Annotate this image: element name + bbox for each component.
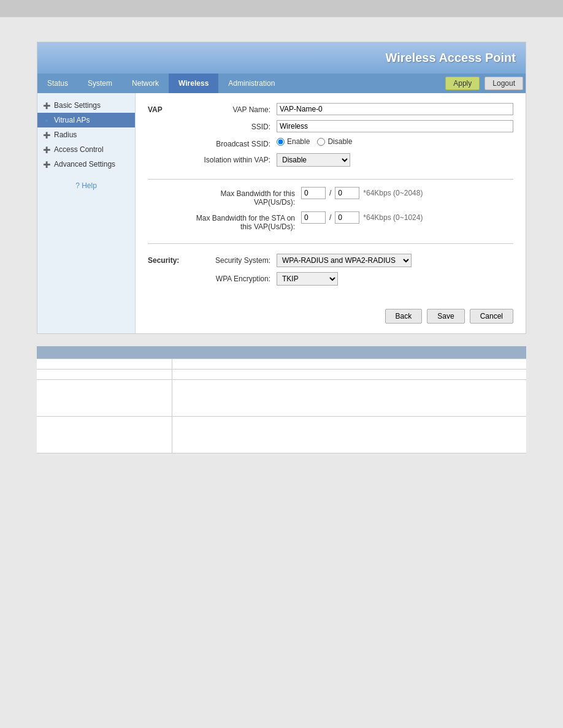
bw-vap-inputs: / *64Kbps (0~2048) [301,187,423,199]
isolation-select[interactable]: Disable Enable [277,153,350,167]
security-system-row: Security System: WPA-RADIUS and WPA2-RAD… [191,254,513,267]
sidebar-item-advanced-settings[interactable]: ➕ Advanced Settings [37,157,135,172]
table-cell-label-2 [37,369,172,379]
table-header-cell [37,346,526,358]
sidebar-item-access-control[interactable]: ➕ Access Control [37,142,135,157]
sidebar-label-advanced-settings: Advanced Settings [54,160,115,169]
nav-wireless[interactable]: Wireless [169,74,218,93]
plus-icon-basic: ➕ [42,101,51,110]
logout-button[interactable]: Logout [484,77,523,90]
security-section: Security: Security System: WPA-RADIUS an… [148,254,513,290]
wpa-encryption-select[interactable]: TKIP AES TKIP and AES [277,272,338,286]
broadcast-ssid-label: Broadcast SSID: [191,137,277,148]
table-row [37,416,526,453]
help-label: ? Help [75,181,97,190]
broadcast-disable-option[interactable]: Disable [317,137,352,146]
ssid-input[interactable] [277,120,513,132]
max-bw-sta-label: Max Bandwidth for the STA on this VAP(Us… [191,211,301,231]
plus-icon-advanced: ➕ [42,160,51,169]
router-panel: Wireless Access Point Status System Netw… [37,42,526,334]
sidebar-item-basic-settings[interactable]: ➕ Basic Settings [37,98,135,113]
plus-icon-radius: ➕ [42,131,51,139]
table-cell-label-1 [37,358,172,369]
top-bar [0,0,563,17]
table-row [37,379,526,416]
cancel-button[interactable]: Cancel [470,309,513,324]
sidebar-label-access-control: Access Control [54,145,104,154]
table-row [37,369,526,379]
bw-vap-note: *64Kbps (0~2048) [363,189,423,197]
divider-2 [148,243,513,244]
form-area: VAP VAP Name: SSID: [136,93,526,333]
page-wrapper: Wireless Access Point Status System Netw… [0,0,563,728]
wpa-encryption-label: WPA Encryption: [191,272,277,283]
nav-bar: Status System Network Wireless Administr… [37,74,526,93]
apply-button[interactable]: Apply [445,77,480,90]
nav-network[interactable]: Network [122,74,169,93]
bw-sta-us-input[interactable] [301,211,326,224]
broadcast-ssid-radios: Enable Disable [277,137,513,146]
table-cell-label-3 [37,379,172,416]
security-section-label: Security: [148,254,191,265]
table-cell-value-4 [172,416,526,453]
table-cell-value-3 [172,379,526,416]
max-bw-sta-row: Max Bandwidth for the STA on this VAP(Us… [191,211,513,231]
page-title: Wireless Access Point [47,51,516,65]
bw-sta-ds-input[interactable] [335,211,359,224]
max-bw-vap-label: Max Bandwidth for this VAP(Us/Ds): [191,187,301,207]
vap-name-row: VAP Name: [191,103,513,115]
bw-sta-note: *64Kbps (0~1024) [363,213,423,222]
bw-vap-slash: / [329,189,331,197]
lower-section [37,346,526,453]
divider-1 [148,179,513,180]
main-content: Wireless Access Point Status System Netw… [0,17,563,466]
broadcast-enable-option[interactable]: Enable [277,137,310,146]
table-header-row [37,346,526,358]
wpa-encryption-row: WPA Encryption: TKIP AES TKIP and AES [191,272,513,286]
plus-icon-access: ➕ [42,145,51,154]
circle-icon-vaps: ● [42,116,51,124]
table-row [37,358,526,369]
sidebar-item-radius[interactable]: ➕ Radius [37,127,135,142]
router-body: ➕ Basic Settings ● Vitrual APs ➕ Radius … [37,93,526,333]
sidebar-label-basic-settings: Basic Settings [54,101,101,110]
table-cell-value-1 [172,358,526,369]
nav-status[interactable]: Status [37,74,78,93]
table-cell-label-4 [37,416,172,453]
nav-system[interactable]: System [78,74,122,93]
broadcast-enable-label: Enable [287,137,310,146]
help-button[interactable]: ? Help [37,176,135,195]
sidebar-label-virtual-aps: Vitrual APs [54,116,90,124]
bw-vap-spacer [148,187,191,189]
save-button[interactable]: Save [427,309,464,324]
bw-sta-inputs: / *64Kbps (0~1024) [301,211,423,224]
nav-administration[interactable]: Administration [218,74,285,93]
max-bw-vap-row: Max Bandwidth for this VAP(Us/Ds): / *64… [191,187,513,207]
sidebar-label-radius: Radius [54,131,77,139]
broadcast-ssid-row: Broadcast SSID: Enable Disable [191,137,513,148]
security-system-label: Security System: [191,254,277,265]
broadcast-enable-radio[interactable] [277,138,285,146]
vap-name-label: VAP Name: [191,103,277,114]
bw-vap-us-input[interactable] [301,187,326,199]
vap-name-input[interactable] [277,103,513,115]
back-button[interactable]: Back [385,309,423,324]
ssid-row: SSID: [191,120,513,132]
router-header: Wireless Access Point [37,42,526,74]
security-system-select[interactable]: WPA-RADIUS and WPA2-RADIUS None WEP WPA-… [277,254,412,267]
sidebar: ➕ Basic Settings ● Vitrual APs ➕ Radius … [37,93,136,333]
bw-vap-ds-input[interactable] [335,187,359,199]
table-cell-value-2 [172,369,526,379]
vap-section-label: VAP [148,103,191,114]
lower-table [37,346,526,453]
isolation-row: Isolation within VAP: Disable Enable [191,153,513,167]
ssid-label: SSID: [191,120,277,131]
bottom-buttons: Back Save Cancel [148,303,513,324]
broadcast-disable-label: Disable [327,137,352,146]
bw-sta-slash: / [329,213,331,222]
sidebar-item-virtual-aps[interactable]: ● Vitrual APs [37,113,135,127]
broadcast-disable-radio[interactable] [317,138,325,146]
isolation-label: Isolation within VAP: [191,153,277,164]
